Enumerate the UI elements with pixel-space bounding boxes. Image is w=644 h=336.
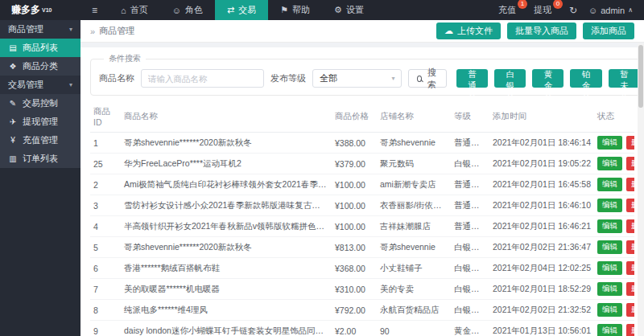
- edit-button[interactable]: 编辑: [597, 303, 622, 317]
- edit-button[interactable]: 编辑: [597, 282, 622, 296]
- cell-store-name: 衣香丽影/街依丽专卖店: [377, 195, 451, 216]
- hamburger-menu-icon[interactable]: ≡: [80, 0, 109, 20]
- edit-button[interactable]: 编辑: [597, 136, 622, 150]
- edit-icon: ✎: [8, 99, 18, 108]
- delete-button[interactable]: 删除: [626, 303, 634, 317]
- cell-product-id: 25: [90, 154, 121, 174]
- cell-product-name: 哥弟shevennie******2020新款秋冬: [121, 237, 332, 258]
- chevron-down-icon: ▾: [69, 26, 72, 33]
- level-filter-button[interactable]: 铂金会员: [570, 69, 601, 88]
- cell-added-time: 2021年02月01日 18:46:14: [489, 133, 594, 154]
- sidebar-group-3[interactable]: 交易管理 ▾: [0, 76, 80, 94]
- edit-button[interactable]: 编辑: [597, 261, 622, 275]
- cell-product-price: ¥388.00: [332, 133, 377, 154]
- delete-button[interactable]: 删除: [626, 282, 634, 296]
- chevron-up-icon: ∧: [628, 6, 633, 14]
- search-section: 条件搜索 商品名称 发布等级 全部 ▾ 搜 索 普通会员白银会员黄金会员铂金会员…: [90, 53, 644, 96]
- nav-item-flag[interactable]: ⚑ 帮助: [268, 0, 322, 20]
- upload-file-button[interactable]: ☁ 上传文件: [436, 23, 501, 39]
- gear-icon: ⚙: [334, 5, 342, 15]
- level-filter-button[interactable]: 白银会员: [494, 69, 526, 88]
- cell-product-name: 哥弟shevennie******2020新款秋冬: [121, 133, 332, 154]
- nav-item-gear[interactable]: ⚙ 设置: [322, 0, 376, 20]
- home-icon: ⌂: [121, 6, 126, 15]
- cloud-upload-icon: ☁: [444, 26, 453, 36]
- column-header: 商品名称: [121, 101, 332, 133]
- cell-store-name: 小丈鞋铺子: [377, 258, 451, 279]
- app-logo: 赚多多V10: [0, 0, 80, 20]
- brand-name: 赚多多: [11, 3, 40, 17]
- delete-button[interactable]: 删除: [626, 261, 634, 275]
- level-filter-button[interactable]: 普通会员: [456, 69, 488, 88]
- edit-button[interactable]: 编辑: [597, 324, 622, 336]
- edit-button[interactable]: 编辑: [597, 178, 622, 191]
- exchange-icon: ⇄: [227, 5, 234, 15]
- sidebar-group-0[interactable]: 商品管理 ▾: [0, 20, 80, 39]
- delete-button[interactable]: 删除: [626, 199, 634, 212]
- sidebar-item-5[interactable]: ✈ 提现管理: [0, 113, 80, 131]
- refresh-icon[interactable]: ↻: [569, 5, 577, 16]
- add-product-button[interactable]: 添加商品: [583, 23, 634, 39]
- product-name-label: 商品名称: [99, 72, 134, 84]
- cell-product-name: 雪纺衬衫女设计感小众2021春季新款韩版港味复古洋气时尚白色上衣: [121, 195, 332, 216]
- delete-button[interactable]: 删除: [626, 136, 634, 150]
- sidebar-item-6[interactable]: ¥ 充值管理: [0, 131, 80, 150]
- withdraw-link[interactable]: 提现 0: [534, 4, 558, 16]
- product-name-input[interactable]: [141, 69, 264, 88]
- cell-store-name: 哥弟shevennie: [377, 133, 451, 154]
- row-actions: 编辑 删除: [597, 240, 631, 254]
- level-filter-button[interactable]: 暂未开放: [609, 69, 640, 88]
- nav-item-label: 首页: [130, 4, 148, 16]
- nav-item-home[interactable]: ⌂ 首页: [109, 0, 160, 20]
- sidebar-item-4[interactable]: ✎ 交易控制: [0, 94, 80, 113]
- sidebar-item-label: 商品列表: [23, 42, 58, 54]
- sidebar-item-7[interactable]: ▥ 订单列表: [0, 150, 80, 168]
- delete-button[interactable]: 删除: [626, 157, 634, 170]
- search-button[interactable]: 搜 索: [408, 69, 446, 88]
- cell-product-price: ¥100.00: [332, 195, 377, 216]
- nav-item-exchange[interactable]: ⇄ 交易: [215, 0, 268, 20]
- cell-product-id: 7: [90, 279, 121, 300]
- nav-item-user[interactable]: ☺ 角色: [160, 0, 215, 20]
- recharge-badge: 1: [518, 0, 527, 9]
- cell-product-name: Ami极简袖气质纯白印花衬衫棒球领外套女2021春季新款短款上衣潮: [121, 174, 332, 195]
- delete-button[interactable]: 删除: [626, 324, 634, 336]
- cell-level: 白银会员: [451, 279, 489, 300]
- cell-product-name: daisy london迷你小蝴蝶耳钉手链套装女明星饰品同款七夕礼物套装: [121, 321, 332, 336]
- user-menu[interactable]: ☺ admin ∧: [588, 6, 633, 15]
- scrollbar[interactable]: [638, 43, 644, 336]
- level-filter-button[interactable]: 黄金会员: [532, 69, 564, 88]
- cell-store-name: 聚元数码: [377, 154, 451, 174]
- scrollbar-thumb[interactable]: [638, 45, 643, 108]
- delete-button[interactable]: 删除: [626, 219, 634, 233]
- level-select[interactable]: 全部 ▾: [312, 69, 402, 88]
- toolbar: ☁ 上传文件 批量导入商品 添加商品: [436, 23, 634, 39]
- cell-level: 黄金会员: [451, 321, 489, 336]
- edit-button[interactable]: 编辑: [597, 219, 622, 233]
- cell-product-id: 9: [90, 321, 121, 336]
- edit-button[interactable]: 编辑: [597, 199, 622, 212]
- edit-button[interactable]: 编辑: [597, 157, 622, 170]
- cell-level: 普通会员: [451, 216, 489, 237]
- row-actions: 编辑 删除: [597, 157, 631, 170]
- sidebar-item-1[interactable]: ▤ 商品列表: [0, 39, 80, 57]
- batch-import-button[interactable]: 批量导入商品: [507, 23, 576, 39]
- edit-button[interactable]: 编辑: [597, 240, 622, 254]
- sidebar-item-label: 提现管理: [23, 116, 58, 128]
- content-panel: 条件搜索 商品名称 发布等级 全部 ▾ 搜 索 普通会员白银会员黄金会员铂金会员…: [80, 47, 644, 336]
- recharge-link[interactable]: 充值 1: [498, 4, 522, 16]
- sidebar-item-2[interactable]: ❖ 商品分类: [0, 57, 80, 76]
- delete-button[interactable]: 删除: [626, 240, 634, 254]
- sidebar-item-label: 订单列表: [23, 153, 58, 165]
- row-actions: 编辑 删除: [597, 282, 631, 296]
- cart-icon: ▤: [8, 43, 18, 52]
- cell-level: 白银会员: [451, 237, 489, 258]
- cell-product-name: 华为FreeLacePro****运动耳机2: [121, 154, 332, 174]
- delete-button[interactable]: 删除: [626, 178, 634, 191]
- category-icon: ❖: [8, 62, 18, 71]
- user-icon: ☺: [588, 6, 597, 15]
- column-header: 店铺名称: [377, 101, 451, 133]
- row-actions: 编辑 删除: [597, 199, 631, 212]
- main-content: » 商品管理 ☁ 上传文件 批量导入商品 添加商品 条件搜索 商品名称 发布等级…: [80, 20, 644, 336]
- nav-item-label: 设置: [346, 4, 364, 16]
